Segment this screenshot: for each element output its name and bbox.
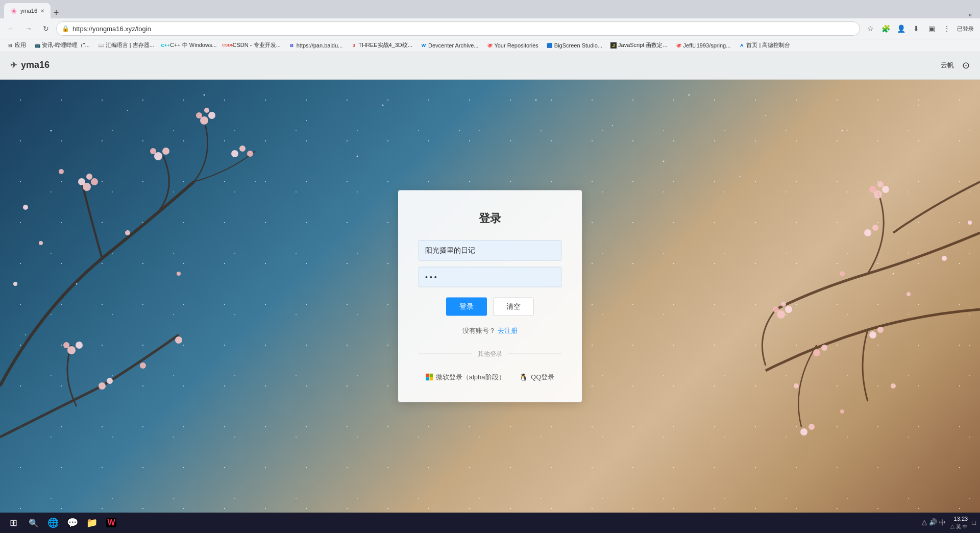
bookmark-favicon: CSDN (225, 42, 231, 49)
bookmark-favicon: 📺 (34, 42, 40, 49)
idea-icon: W (106, 518, 116, 527)
taskbar-idea-icon[interactable]: W (102, 514, 120, 532)
logo-plane-icon: ✈ (10, 60, 17, 70)
bookmark-jsnum[interactable]: J JavaScript 函数定... (607, 40, 671, 50)
taskbar: ⊞ 🔍 🌐 💬 📁 W △ 🔊 中 13:23 △ 英 中 □ (0, 513, 980, 533)
bookmark-devce[interactable]: W Devcenter Archive... (418, 41, 481, 50)
clock-date: △ 英 中 (950, 523, 968, 530)
taskbar-search-icon[interactable]: 🔍 (24, 514, 43, 532)
microsoft-icon (426, 374, 433, 381)
tab-favicon: 🌸 (10, 7, 17, 14)
qq-login-button[interactable]: 🐧 QQ登录 (519, 373, 554, 382)
bookmark-favicon: 📖 (98, 42, 104, 49)
start-button[interactable]: ⊞ (4, 514, 22, 532)
divider: 其他登录 (419, 350, 561, 358)
bookmark-compiler[interactable]: 📖 汇编语言 | 吉存器... (95, 40, 157, 50)
taskbar-right: △ 🔊 中 13:23 △ 英 中 □ (922, 515, 976, 530)
bookmark-favicon: W (421, 42, 427, 49)
password-input[interactable] (419, 267, 561, 287)
username-input[interactable] (419, 240, 561, 261)
back-button[interactable]: ← (4, 21, 18, 36)
ime-icon[interactable]: 中 (939, 518, 946, 527)
logo-text: yma16 (21, 60, 50, 70)
file-explorer-icon: 📁 (86, 517, 97, 528)
nav-right: 云帆 ⊙ (941, 60, 970, 71)
login-form: 登录 清空 没有账号？ 去注册 其他登录 (419, 240, 561, 382)
bookmark-favicon: ⊞ (7, 42, 13, 49)
microsoft-login-text: 微软登录（alpha阶段） (436, 373, 505, 382)
extensions-button[interactable]: 🧩 (878, 21, 893, 36)
menu-button[interactable]: ⋮ (940, 21, 954, 36)
svg-rect-70 (426, 374, 429, 377)
go-register-link[interactable]: 去注册 (498, 327, 518, 334)
clock-time: 13:23 (950, 515, 968, 523)
microsoft-login-button[interactable]: 微软登录（alpha阶段） (426, 373, 505, 382)
bookmark-label: 汇编语言 | 吉存器... (106, 41, 154, 49)
bookmark-favicon: A (739, 42, 745, 49)
login-submit-button[interactable]: 登录 (446, 298, 487, 316)
bookmark-label: THREE实战4_3D纹... (358, 41, 412, 49)
main-content: 登录 登录 清空 没有账号？ 去注册 其他登录 (0, 80, 980, 513)
secure-lock-icon: 🔒 (62, 25, 69, 32)
bookmark-csdn[interactable]: CSDN CSDN - 专业开发... (222, 40, 284, 50)
bookmarks-bar: ⊞ 应用 📺 资讯-哔哩哔哩（"... 📖 汇编语言 | 吉存器... C++ … (0, 39, 980, 51)
bookmark-label: 应用 (15, 41, 26, 49)
bookmark-apps[interactable]: ⊞ 应用 (4, 40, 29, 50)
system-clock[interactable]: 13:23 △ 英 中 (950, 515, 968, 530)
clear-button[interactable]: 清空 (493, 298, 534, 316)
volume-icon: 🔊 (929, 518, 937, 527)
profile-button[interactable]: 👤 (894, 21, 908, 36)
tab-label: yma16 (20, 8, 37, 14)
bookmark-favicon: C++ (162, 42, 168, 49)
taskbar-explorer-icon[interactable]: 📁 (83, 514, 101, 532)
downloads-button[interactable]: ⬇ (909, 21, 923, 36)
sign-in-button[interactable]: 已登录 (955, 21, 976, 36)
more-tabs-button[interactable]: » (964, 11, 976, 18)
bookmark-favicon: 3 (351, 42, 357, 49)
qq-icon: 🐧 (519, 373, 528, 381)
url-text: https://yongma16.xyz/login (72, 25, 854, 33)
address-bar[interactable]: 🔒 https://yongma16.xyz/login (56, 21, 860, 36)
bookmark-star-button[interactable]: ☆ (863, 21, 877, 36)
nav-github-link[interactable]: ⊙ (962, 60, 970, 71)
nav-yunfan-link[interactable]: 云帆 (941, 61, 954, 70)
bookmark-gaode[interactable]: A 首页 | 高德控制台 (736, 40, 793, 50)
network-icon: △ (922, 518, 927, 527)
system-tray-icons: △ 🔊 中 (922, 518, 946, 527)
bookmark-label: 首页 | 高德控制台 (746, 41, 790, 49)
reload-button[interactable]: ↻ (39, 21, 53, 36)
bookmark-news[interactable]: 📺 资讯-哔哩哔哩（"... (31, 40, 93, 50)
bookmark-label: Devcenter Archive... (428, 42, 478, 49)
app-navbar: ✈ yma16 云帆 ⊙ (0, 51, 980, 80)
bookmark-favicon: 🐙 (676, 42, 682, 49)
bookmark-favicon: 🐙 (486, 42, 493, 49)
windows-logo-icon: ⊞ (10, 517, 17, 528)
login-buttons: 登录 清空 (419, 298, 561, 316)
sidebar-button[interactable]: ▣ (924, 21, 939, 36)
search-icon: 🔍 (29, 518, 39, 528)
browser-tabs-row: 🌸 yma16 ✕ + » (0, 0, 980, 18)
no-account-text: 没有账号？ (462, 327, 496, 334)
bookmark-repos[interactable]: 🐙 Your Repositories (483, 41, 541, 50)
bookmark-label: 资讯-哔哩哔哩（"... (42, 41, 90, 49)
tab-close-button[interactable]: ✕ (40, 8, 44, 14)
svg-rect-72 (426, 377, 429, 381)
browser-chrome: 🌸 yma16 ✕ + » ← → ↻ 🔒 https://yongma16.x… (0, 0, 980, 51)
bookmark-jeff[interactable]: 🐙 JeffLi1993/spring... (673, 41, 734, 50)
notification-icon[interactable]: □ (972, 519, 976, 526)
taskbar-icons: 🔍 🌐 💬 📁 W (24, 514, 120, 532)
bookmark-label: JavaScript 函数定... (618, 41, 668, 49)
new-tab-button[interactable]: + (51, 8, 62, 18)
bookmark-baidu[interactable]: B https://pan.baidu... (286, 41, 346, 50)
taskbar-wechat-icon[interactable]: 💬 (63, 514, 82, 532)
taskbar-edge-icon[interactable]: 🌐 (44, 514, 62, 532)
bookmark-bigscreen[interactable]: 🟦 BigScreen Studio... (544, 41, 605, 50)
bookmark-three[interactable]: 3 THREE实战4_3D纹... (348, 40, 415, 50)
bookmark-cpp[interactable]: C++ C++ 中 Windows... (159, 40, 220, 50)
bookmark-favicon: J (610, 42, 617, 49)
browser-tab-active[interactable]: 🌸 yma16 ✕ (4, 3, 51, 18)
other-logins: 微软登录（alpha阶段） 🐧 QQ登录 (419, 373, 561, 382)
qq-login-text: QQ登录 (531, 373, 554, 382)
bookmark-label: BigScreen Studio... (554, 42, 602, 49)
forward-button[interactable]: → (21, 21, 36, 36)
